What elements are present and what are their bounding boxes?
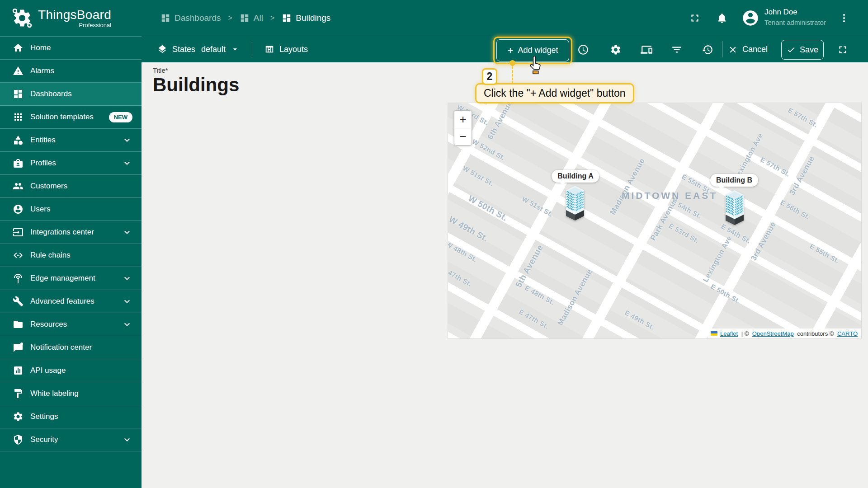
settings-gear-icon (610, 44, 622, 56)
states-label: States (172, 45, 195, 54)
edge-management-icon (13, 273, 24, 284)
fullscreen-icon (689, 12, 701, 24)
map-street-grid (448, 103, 862, 339)
zoom-in-button[interactable]: + (454, 111, 472, 128)
add-widget-label: Add widget (518, 46, 558, 55)
attribution-text: contributors © (796, 330, 835, 337)
sidebar-item-dashboards[interactable]: Dashboards (0, 83, 142, 106)
breadcrumb-item-buildings[interactable]: Buildings (282, 13, 330, 23)
sidebar-item-profiles[interactable]: Profiles (0, 152, 142, 175)
thingsboard-logo[interactable]: ThingsBoard Professional (0, 0, 142, 36)
sidebar: ThingsBoard Professional HomeAlarmsDashb… (0, 0, 142, 488)
zoom-out-button[interactable]: − (454, 128, 472, 145)
dashboard-icon (240, 13, 250, 23)
sidebar-item-label: Users (30, 205, 50, 214)
sidebar-item-resources[interactable]: Resources (0, 313, 142, 336)
attribution-text: | © (740, 330, 750, 337)
dashboard-settings-button[interactable] (606, 38, 626, 61)
logo-title: ThingsBoard (38, 8, 111, 22)
sidebar-item-label: Dashboards (30, 89, 72, 99)
time-window-icon (577, 44, 589, 56)
state-select[interactable]: default (201, 45, 240, 54)
leaflet-link[interactable]: Leaflet (720, 330, 738, 337)
sidebar-item-home[interactable]: Home (0, 37, 142, 60)
header-fullscreen-button[interactable] (685, 8, 705, 28)
top-header: Dashboards>All>Buildings John Doe Tenant… (142, 0, 868, 36)
sidebar-item-rule-chains[interactable]: Rule chains (0, 244, 142, 267)
breadcrumb-label: All (254, 13, 263, 23)
sidebar-item-label: API usage (30, 366, 66, 375)
sidebar-item-alarms[interactable]: Alarms (0, 60, 142, 83)
dashboard-title-label: Title* (153, 66, 168, 74)
settings-icon (13, 411, 24, 422)
states-control[interactable]: States (157, 44, 195, 54)
breadcrumb-separator: > (270, 14, 274, 22)
new-badge: NEW (109, 112, 132, 122)
chevron-down-icon (231, 45, 240, 54)
sidebar-item-settings[interactable]: Settings (0, 405, 142, 428)
sidebar-item-customers[interactable]: Customers (0, 175, 142, 198)
cancel-button[interactable]: Cancel (728, 38, 768, 61)
integrations-icon (13, 227, 24, 238)
layouts-button[interactable]: Layouts (264, 44, 308, 54)
header-more-button[interactable] (836, 8, 852, 28)
toolbar-divider (252, 41, 252, 57)
states-layers-icon (157, 44, 167, 54)
cancel-label: Cancel (742, 45, 768, 54)
sidebar-item-label: Settings (30, 412, 58, 421)
user-name: John Doe (764, 8, 826, 17)
breadcrumb-item-all[interactable]: All (240, 13, 263, 23)
advanced-features-icon (13, 296, 24, 307)
sidebar-item-advanced-features[interactable]: Advanced features (0, 290, 142, 313)
sidebar-item-notification-center[interactable]: Notification center (0, 336, 142, 359)
rule-chains-icon (13, 250, 24, 261)
user-menu[interactable]: John Doe Tenant administrator (764, 8, 826, 26)
avatar-icon (741, 9, 760, 27)
entities-icon (13, 135, 24, 145)
solution-templates-icon (13, 112, 24, 122)
add-widget-button[interactable]: + Add widget (496, 39, 569, 61)
home-icon (13, 42, 24, 53)
alarm-warning-icon (13, 66, 24, 76)
sidebar-item-label: Alarms (30, 66, 54, 75)
user-avatar[interactable] (741, 9, 760, 27)
more-vertical-icon (839, 13, 849, 23)
sidebar-item-white-labeling[interactable]: White labeling (0, 382, 142, 405)
sidebar-item-label: Security (30, 435, 58, 444)
marker-label: Building A (552, 170, 599, 183)
sidebar-item-security[interactable]: Security (0, 428, 142, 451)
carto-link[interactable]: CARTO (837, 330, 858, 337)
dashboard-toolbar: States default Layouts + Add widget (142, 36, 868, 62)
page-title[interactable]: Buildings (153, 74, 239, 96)
sidebar-item-integrations-center[interactable]: Integrations center (0, 221, 142, 244)
ukraine-flag-icon (711, 331, 717, 336)
user-role: Tenant administrator (764, 19, 826, 26)
notifications-button[interactable] (712, 8, 732, 28)
sidebar-item-users[interactable]: Users (0, 198, 142, 221)
sidebar-item-label: White labeling (30, 389, 79, 398)
customers-icon (13, 181, 24, 192)
sidebar-item-entities[interactable]: Entities (0, 129, 142, 152)
entity-aliases-button[interactable] (637, 38, 656, 61)
filters-button[interactable] (667, 38, 687, 61)
version-history-button[interactable] (698, 38, 717, 61)
map-widget[interactable]: W 53rd St.6th AvenueW 52nd St.W 51st St.… (448, 103, 862, 339)
close-icon (728, 45, 738, 55)
toolbar-fullscreen-button[interactable] (833, 38, 853, 61)
breadcrumb-item-dashboards[interactable]: Dashboards (160, 13, 221, 23)
security-icon (13, 434, 24, 445)
sidebar-nav: HomeAlarmsDashboardsSolution templatesNE… (0, 36, 142, 451)
filter-icon (671, 44, 683, 56)
marker-label: Building B (710, 174, 758, 187)
time-window-button[interactable] (573, 38, 593, 61)
sidebar-item-api-usage[interactable]: API usage (0, 359, 142, 382)
breadcrumb-label: Buildings (296, 13, 330, 23)
toolbar-divider (722, 41, 722, 57)
save-button[interactable]: Save (781, 40, 824, 60)
tutorial-connector-dot (509, 60, 515, 66)
sidebar-item-solution-templates[interactable]: Solution templatesNEW (0, 106, 142, 129)
openstreetmap-link[interactable]: OpenStreetMap (752, 330, 794, 337)
layouts-icon (264, 44, 274, 54)
sidebar-item-edge-management[interactable]: Edge management (0, 267, 142, 290)
chevron-down-icon (122, 227, 132, 238)
